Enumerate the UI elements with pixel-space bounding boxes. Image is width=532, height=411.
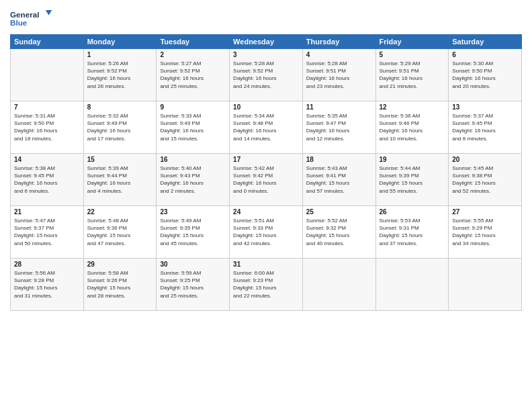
day-number: 31: [233, 261, 299, 268]
logo-icon: GeneralBlue: [10, 7, 57, 30]
cell-text: Daylight: 15 hours: [306, 179, 372, 187]
cell-1-7: 6Sunrise: 5:30 AMSunset: 9:50 PMDaylight…: [449, 49, 522, 101]
page-header: GeneralBlue: [10, 7, 522, 30]
day-number: 21: [14, 208, 80, 216]
day-number: 6: [452, 51, 518, 58]
cell-text: Sunrise: 5:56 AM: [14, 269, 80, 277]
day-number: 8: [87, 103, 153, 111]
cell-text: Sunset: 9:43 PM: [160, 172, 226, 179]
cell-5-3: 30Sunrise: 5:59 AMSunset: 9:25 PMDayligh…: [157, 259, 230, 311]
cell-text: Sunset: 9:48 PM: [233, 120, 299, 127]
cell-text: and 26 minutes.: [87, 83, 153, 90]
cell-text: and 4 minutes.: [87, 187, 153, 195]
cell-text: and 45 minutes.: [160, 240, 226, 247]
col-header-thursday: Thursday: [302, 35, 375, 49]
day-number: 11: [306, 103, 372, 111]
cell-text: Sunset: 9:38 PM: [452, 172, 518, 179]
cell-text: and 25 minutes.: [160, 83, 226, 90]
cell-text: and 18 minutes.: [14, 135, 80, 142]
cell-text: and 28 minutes.: [87, 292, 153, 300]
cell-text: Sunrise: 5:29 AM: [380, 60, 445, 67]
cell-text: Sunset: 9:50 PM: [14, 120, 80, 127]
col-header-saturday: Saturday: [449, 35, 522, 49]
cell-text: Sunrise: 5:28 AM: [306, 60, 372, 67]
cell-text: Sunrise: 5:42 AM: [233, 165, 299, 172]
cell-text: Daylight: 16 hours: [233, 75, 299, 82]
cell-3-7: 20Sunrise: 5:45 AMSunset: 9:38 PMDayligh…: [449, 154, 522, 206]
cell-text: and 23 minutes.: [306, 83, 372, 90]
cell-text: Daylight: 15 hours: [233, 232, 299, 239]
cell-text: and 47 minutes.: [87, 240, 153, 247]
cell-text: Sunrise: 5:55 AM: [452, 217, 518, 224]
cell-text: Sunset: 9:35 PM: [160, 224, 226, 232]
cell-text: Sunrise: 5:36 AM: [380, 112, 445, 120]
cell-text: Daylight: 15 hours: [452, 232, 518, 239]
cell-text: Sunset: 9:37 PM: [14, 224, 80, 232]
cell-3-6: 19Sunrise: 5:44 AMSunset: 9:39 PMDayligh…: [375, 154, 449, 206]
cell-text: Sunrise: 5:37 AM: [452, 112, 518, 120]
col-header-tuesday: Tuesday: [157, 35, 230, 49]
cell-text: Sunset: 9:45 PM: [452, 120, 518, 127]
cell-text: Daylight: 16 hours: [233, 127, 299, 134]
cell-1-3: 2Sunrise: 5:27 AMSunset: 9:52 PMDaylight…: [157, 49, 230, 101]
cell-text: Sunrise: 5:34 AM: [233, 112, 299, 120]
day-number: 25: [306, 208, 372, 216]
cell-text: Sunset: 9:47 PM: [306, 120, 372, 127]
day-number: 5: [380, 51, 445, 58]
cell-text: Daylight: 16 hours: [306, 127, 372, 134]
cell-text: Sunrise: 5:49 AM: [160, 217, 226, 224]
cell-5-4: 31Sunrise: 6:00 AMSunset: 9:23 PMDayligh…: [230, 259, 303, 311]
cell-5-5: [302, 259, 375, 311]
cell-text: Sunset: 9:45 PM: [14, 172, 80, 179]
cell-text: and 2 minutes.: [160, 187, 226, 195]
cell-2-1: 7Sunrise: 5:31 AMSunset: 9:50 PMDaylight…: [11, 101, 84, 154]
cell-text: Daylight: 16 hours: [380, 127, 445, 134]
day-number: 15: [87, 156, 153, 163]
cell-text: Daylight: 15 hours: [160, 284, 226, 291]
day-number: 20: [452, 156, 518, 163]
cell-text: and 12 minutes.: [306, 135, 372, 142]
cell-text: Sunset: 9:36 PM: [87, 224, 153, 232]
cell-text: and 6 minutes.: [14, 187, 80, 195]
cell-text: Sunset: 9:52 PM: [87, 67, 153, 75]
cell-text: Sunrise: 5:44 AM: [380, 165, 445, 172]
cell-text: Sunrise: 5:33 AM: [160, 112, 226, 120]
cell-text: and 55 minutes.: [380, 187, 445, 195]
cell-text: and 57 minutes.: [306, 187, 372, 195]
cell-text: Sunrise: 5:45 AM: [452, 165, 518, 172]
cell-text: Daylight: 15 hours: [306, 232, 372, 239]
day-number: 18: [306, 156, 372, 163]
cell-text: Daylight: 16 hours: [160, 179, 226, 187]
cell-4-7: 27Sunrise: 5:55 AMSunset: 9:29 PMDayligh…: [449, 206, 522, 259]
cell-text: and 24 minutes.: [233, 83, 299, 90]
cell-text: and 20 minutes.: [452, 83, 518, 90]
cell-text: and 15 minutes.: [160, 135, 226, 142]
day-number: 12: [380, 103, 445, 111]
cell-text: Daylight: 16 hours: [160, 127, 226, 134]
cell-text: Daylight: 16 hours: [380, 75, 445, 82]
cell-text: and 52 minutes.: [452, 187, 518, 195]
cell-1-2: 1Sunrise: 5:26 AMSunset: 9:52 PMDaylight…: [83, 49, 157, 101]
cell-text: Sunset: 9:25 PM: [160, 277, 226, 284]
week-row-3: 14Sunrise: 5:38 AMSunset: 9:45 PMDayligh…: [11, 154, 522, 206]
cell-text: Daylight: 16 hours: [452, 75, 518, 82]
cell-1-5: 4Sunrise: 5:28 AMSunset: 9:51 PMDaylight…: [302, 49, 375, 101]
day-number: 9: [160, 103, 226, 111]
day-number: 26: [380, 208, 445, 216]
week-row-4: 21Sunrise: 5:47 AMSunset: 9:37 PMDayligh…: [11, 206, 522, 259]
cell-text: Sunrise: 5:58 AM: [87, 269, 153, 277]
cell-text: Daylight: 15 hours: [380, 232, 445, 239]
cell-text: Sunset: 9:28 PM: [14, 277, 80, 284]
cell-text: and 34 minutes.: [452, 240, 518, 247]
calendar-header-row: SundayMondayTuesdayWednesdayThursdayFrid…: [11, 35, 522, 49]
cell-2-5: 11Sunrise: 5:35 AMSunset: 9:47 PMDayligh…: [302, 101, 375, 154]
svg-text:Blue: Blue: [10, 18, 28, 27]
day-number: 19: [380, 156, 445, 163]
cell-text: Daylight: 15 hours: [14, 284, 80, 291]
cell-text: Daylight: 15 hours: [14, 232, 80, 239]
cell-text: Daylight: 16 hours: [87, 179, 153, 187]
cell-text: and 31 minutes.: [14, 292, 80, 300]
cell-text: Daylight: 16 hours: [160, 75, 226, 82]
cell-4-2: 22Sunrise: 5:48 AMSunset: 9:36 PMDayligh…: [83, 206, 157, 259]
cell-text: and 25 minutes.: [160, 292, 226, 300]
